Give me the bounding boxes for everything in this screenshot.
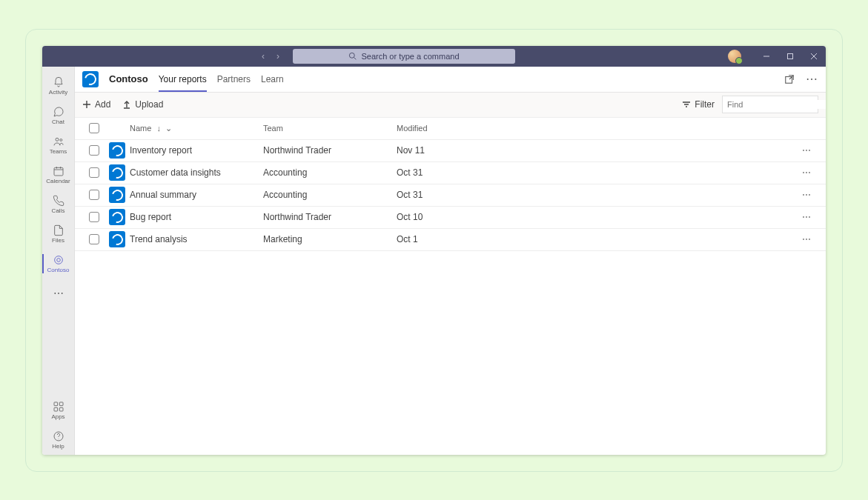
upload-button[interactable]: Upload <box>122 99 163 110</box>
row-checkbox[interactable] <box>89 167 99 178</box>
svg-rect-15 <box>59 402 63 406</box>
cell-team: Accounting <box>263 190 397 200</box>
window-maximize-button[interactable] <box>778 46 802 67</box>
rail-label: Calendar <box>46 178 70 184</box>
rail-label: Calls <box>52 207 65 214</box>
col-name[interactable]: Name ↓ ⌄ <box>130 124 263 133</box>
report-icon <box>109 209 125 225</box>
cell-modified: Oct 10 <box>397 212 545 222</box>
svg-rect-14 <box>54 402 58 406</box>
row-more-button[interactable]: ⋯ <box>792 145 821 156</box>
more-icon: ⋯ <box>53 287 64 299</box>
report-icon <box>109 164 125 181</box>
rail-more-button[interactable]: ⋯ <box>42 279 75 308</box>
cell-modified: Oct 31 <box>397 167 545 178</box>
search-placeholder: Search or type a command <box>361 52 459 61</box>
rail-item-activity[interactable]: Activity <box>42 71 75 101</box>
app-rail: Activity Chat Teams Calendar Calls Files <box>42 67 75 455</box>
tab-more-button[interactable]: ⋯ <box>805 73 818 86</box>
help-icon <box>53 430 64 442</box>
nav-back-button[interactable]: ‹ <box>257 51 269 61</box>
col-modified[interactable]: Modified <box>397 124 545 133</box>
rail-item-help[interactable]: Help <box>42 425 75 455</box>
report-icon <box>109 187 125 203</box>
tab-your-reports[interactable]: Your reports <box>159 66 207 92</box>
cell-modified: Nov 11 <box>397 145 545 156</box>
svg-line-1 <box>354 58 357 60</box>
table-row[interactable]: Bug reportNorthwind TraderOct 10⋯ <box>75 207 826 229</box>
svg-point-0 <box>350 53 355 58</box>
filter-icon <box>682 100 691 109</box>
table-row[interactable]: Customer data insightsAccountingOct 31⋯ <box>75 162 826 184</box>
popout-icon <box>784 74 795 84</box>
rail-item-chat[interactable]: Chat <box>42 101 75 130</box>
svg-rect-16 <box>54 407 58 411</box>
row-more-button[interactable]: ⋯ <box>792 167 821 178</box>
upload-label: Upload <box>135 99 163 110</box>
contoso-icon <box>53 254 64 266</box>
find-field[interactable] <box>727 100 826 109</box>
table-row[interactable]: Inventory reportNorthwind TraderNov 11⋯ <box>75 140 826 162</box>
rail-item-apps[interactable]: Apps <box>42 396 75 425</box>
teams-icon <box>53 136 64 147</box>
table-row[interactable]: Annual summaryAccountingOct 31⋯ <box>75 184 826 207</box>
rail-item-teams[interactable]: Teams <box>42 130 75 160</box>
toolbar: Add Upload Filter <box>75 93 826 118</box>
row-checkbox[interactable] <box>89 145 99 156</box>
row-checkbox[interactable] <box>89 212 99 222</box>
rail-label: Chat <box>52 119 64 125</box>
table-header: Name ↓ ⌄ Team Modified <box>75 118 826 140</box>
apps-icon <box>53 401 64 413</box>
tab-bar: Contoso Your reports Partners Learn ⋯ <box>75 67 826 93</box>
svg-line-21 <box>789 75 793 79</box>
row-more-button[interactable]: ⋯ <box>792 234 821 244</box>
find-input[interactable] <box>722 96 818 113</box>
select-all-checkbox[interactable] <box>89 123 99 133</box>
rail-label: Teams <box>50 148 67 155</box>
app-logo-icon <box>82 71 99 87</box>
table-row[interactable]: Trend analysisMarketingOct 1⋯ <box>75 229 826 251</box>
sort-arrow-down-icon: ↓ <box>156 124 161 133</box>
cell-team: Accounting <box>263 167 397 178</box>
window-close-button[interactable] <box>802 46 826 67</box>
row-more-button[interactable]: ⋯ <box>792 212 821 222</box>
rail-label: Contoso <box>47 267 70 273</box>
cell-name: Inventory report <box>130 145 263 156</box>
nav-forward-button[interactable]: › <box>272 51 284 61</box>
rail-item-calendar[interactable]: Calendar <box>42 160 75 190</box>
avatar[interactable] <box>728 50 741 63</box>
reports-table: Name ↓ ⌄ Team Modified Inventory reportN… <box>75 118 826 455</box>
app-window: ‹ › Search or type a command Activity Ch… <box>42 46 826 455</box>
app-name: Contoso <box>109 73 148 84</box>
rail-label: Files <box>52 237 64 244</box>
filter-label: Filter <box>695 99 715 110</box>
filter-button[interactable]: Filter <box>682 99 715 110</box>
svg-rect-3 <box>788 53 793 59</box>
search-input[interactable]: Search or type a command <box>293 49 515 64</box>
row-checkbox[interactable] <box>89 234 99 244</box>
rail-label: Activity <box>49 89 67 96</box>
phone-icon <box>53 195 64 207</box>
cell-name: Annual summary <box>130 190 263 200</box>
popout-button[interactable] <box>783 73 796 86</box>
svg-point-19 <box>58 438 59 439</box>
row-more-button[interactable]: ⋯ <box>792 190 821 200</box>
add-button[interactable]: Add <box>82 99 110 110</box>
col-name-label: Name <box>130 124 151 133</box>
tab-partners[interactable]: Partners <box>217 66 251 92</box>
window-minimize-button[interactable] <box>755 46 778 67</box>
cell-modified: Oct 31 <box>397 190 545 200</box>
rail-item-calls[interactable]: Calls <box>42 190 75 219</box>
col-team[interactable]: Team <box>263 124 397 133</box>
rail-label: Apps <box>51 413 64 420</box>
bell-icon <box>53 76 64 88</box>
chat-icon <box>53 106 64 118</box>
row-checkbox[interactable] <box>89 190 99 200</box>
chevron-down-icon[interactable]: ⌄ <box>165 124 172 133</box>
more-icon: ⋯ <box>806 72 818 86</box>
rail-item-contoso[interactable]: Contoso <box>42 249 75 279</box>
cell-team: Marketing <box>263 234 397 244</box>
rail-item-files[interactable]: Files <box>42 219 75 249</box>
search-icon <box>348 52 357 60</box>
tab-learn[interactable]: Learn <box>261 66 284 92</box>
